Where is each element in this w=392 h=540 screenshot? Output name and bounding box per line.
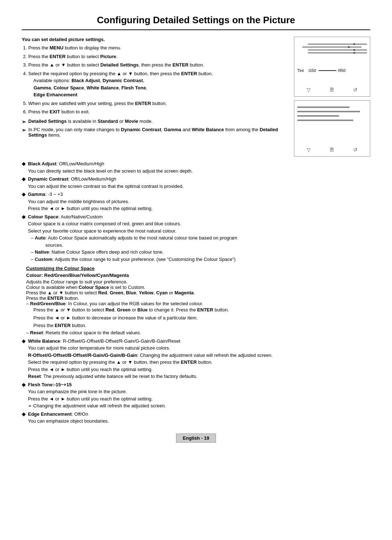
bullet-black-adjust: ◆ Black Adjust: Off/Low/Medium/High You … (22, 160, 370, 174)
bullet-dynamic-contrast-content: Dynamic Contrast: Off/Low/Medium/High Yo… (28, 176, 184, 190)
bullet-gamma-content: Gamma: -3 ~ +3 You can adjust the middle… (28, 191, 153, 212)
customizing-heading: Customizing the Colour Space (26, 266, 370, 271)
custom-line-1: Adjusts the Colour range to suit your pr… (26, 279, 370, 285)
bullet-flesh-tone-content: Flesh Tone:-15~+15 You can emphasize the… (28, 381, 166, 410)
screen2-bar-2 (297, 111, 360, 112)
screen-line-3 (308, 49, 367, 51)
footer-area: English - 19 (22, 434, 370, 443)
screen1-icon-refresh: ↺ (353, 87, 358, 93)
diamond-icon-7: ◆ (22, 411, 26, 417)
screen1-bar: ━━━━━━━ (319, 68, 336, 73)
screen-line-4 (308, 52, 367, 53)
note-arrow-icon-1: ➢ (22, 119, 26, 125)
bullet-colour-space: ◆ Colour Space: Auto/Native/Custom Colou… (22, 213, 370, 263)
screen2-icon-refresh: ↺ (353, 147, 358, 153)
bullets-section: ◆ Black Adjust: Off/Low/Medium/High You … (22, 160, 370, 263)
diamond-icon-1: ◆ (22, 161, 26, 166)
note-arrow-icon-2: ➢ (22, 127, 26, 133)
screen2-icon-page: 🖹 (329, 147, 334, 153)
note-2: ➢ In PC mode, you can only make changes … (22, 127, 287, 138)
bullet-white-balance: ◆ White Balance: R-Offset/G-Offset/B-Off… (22, 338, 370, 380)
note-text-1: Detailed Settings is available in Standa… (28, 118, 152, 124)
screen-1-tint-row: Tint G50 ━━━━━━━ R50 (297, 68, 367, 73)
custom-line-2: Colour is available when Colour Space is… (26, 285, 370, 290)
custom-line-5: – Red/Green/Blue: In Colour, you can adj… (26, 301, 370, 306)
bullet-colour-space-content: Colour Space: Auto/Native/Custom Colour … (28, 213, 237, 263)
step-3: Press the ▲ or ▼ button to select Detail… (28, 61, 287, 69)
diamond-icon-2: ◆ (22, 176, 26, 182)
screen2-bar-row-2 (297, 111, 367, 112)
bullet-white-balance-content: White Balance: R-Offset/G-Offset/B-Offse… (28, 338, 273, 380)
screen2-bar-4 (297, 120, 353, 121)
custom-line-9: – Reset: Resets the colour space to the … (26, 330, 370, 335)
screen2-bar-1 (297, 106, 350, 108)
step-2: Press the ENTER button to select Picture… (28, 53, 287, 60)
bullets-section-2: ◆ White Balance: R-Offset/G-Offset/B-Off… (22, 338, 370, 425)
screen-line-2 (302, 47, 362, 48)
screen2-bar-row-4 (297, 120, 367, 121)
diamond-icon-6: ◆ (22, 382, 26, 387)
custom-line-4: Press the ENTER button. (26, 295, 370, 301)
screen-display-1: Tint G50 ━━━━━━━ R50 ▽ 🖹 ↺ (294, 37, 370, 97)
screen1-icon-triangle: ▽ (307, 87, 311, 93)
bullet-gamma: ◆ Gamma: -3 ~ +3 You can adjust the midd… (22, 191, 370, 212)
customizing-section: Customizing the Colour Space Colour: Red… (26, 266, 370, 335)
footer-badge: English - 19 (176, 434, 216, 443)
instructions-panel: You can set detailed picture settings. P… (22, 37, 287, 157)
diamond-icon-4: ◆ (22, 214, 26, 219)
screens-column: Tint G50 ━━━━━━━ R50 ▽ 🖹 ↺ (294, 37, 370, 157)
screen-1-icons: ▽ 🖹 ↺ (297, 85, 367, 93)
r50-label: R50 (338, 68, 346, 73)
screen-1-lines (297, 40, 367, 53)
bullet-flesh-tone: ◆ Flesh Tone:-15~+15 You can emphasize t… (22, 381, 370, 410)
step-5: When you are satisfied with your setting… (28, 100, 287, 107)
screen2-bar-row-3 (297, 115, 367, 117)
page-title: Configuring Detailed Settings on the Pic… (22, 15, 370, 30)
bullet-black-adjust-content: Black Adjust: Off/Low/Medium/High You ca… (28, 160, 193, 174)
main-content-area: You can set detailed picture settings. P… (22, 37, 370, 157)
screen-display-2: ▽ 🖹 ↺ (294, 100, 370, 157)
bullet-dynamic-contrast: ◆ Dynamic Contrast: Off/Low/Medium/High … (22, 176, 370, 190)
screen-line-1 (308, 44, 367, 45)
diamond-icon-3: ◆ (22, 191, 26, 197)
intro-bold: You can set detailed picture settings. (22, 37, 287, 42)
g50-label: G50 (309, 68, 316, 73)
screen2-bar-3 (297, 115, 339, 117)
steps-list: Press the MENU button to display the men… (22, 44, 287, 116)
screen-2-icons: ▽ 🖹 ↺ (297, 145, 367, 153)
custom-line-8: Press the ENTER button. (26, 322, 370, 329)
tint-label: Tint (297, 68, 304, 73)
step-1: Press the MENU button to display the men… (28, 44, 287, 52)
custom-line-6: Press the ▲ or ▼ button to select Red, G… (26, 306, 370, 314)
custom-line-7: Press the ◄ or ► button to decrease or i… (26, 314, 370, 322)
screen1-icon-page: 🖹 (329, 87, 334, 93)
bullet-edge-enhancement: ◆ Edge Enhancement: Off/On You can empha… (22, 411, 370, 425)
bullet-edge-enhancement-content: Edge Enhancement: Off/On You can emphasi… (28, 411, 109, 425)
customizing-sub-heading: Colour: Red/Green/Blue/Yellow/Cyan/Magen… (26, 273, 370, 278)
diamond-icon-5: ◆ (22, 338, 26, 344)
screen-2-content (297, 104, 367, 145)
screen2-icon-triangle: ▽ (307, 147, 311, 153)
note-text-2: In PC mode, you can only make changes to… (28, 127, 287, 138)
step-6: Press the EXIT button to exit. (28, 108, 287, 116)
screen2-bar-row-1 (297, 106, 367, 108)
note-1: ➢ Detailed Settings is available in Stan… (22, 118, 287, 125)
custom-line-3: Press the ▲ or ▼ button to select Red, G… (26, 290, 370, 295)
step-4: Select the required option by pressing t… (28, 70, 287, 98)
